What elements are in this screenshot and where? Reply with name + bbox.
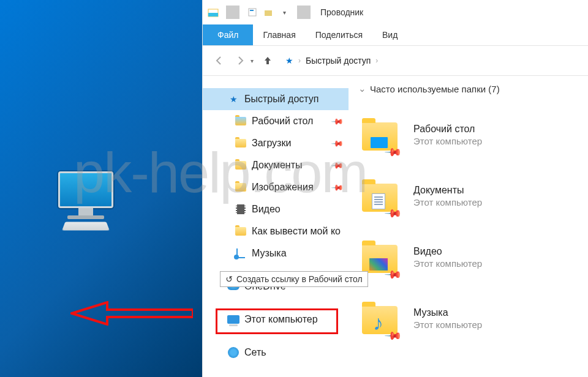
folder-item[interactable]: 📌ВидеоЭтот компьютер <box>358 226 578 288</box>
chevron-right-icon[interactable]: › <box>298 56 301 65</box>
tree-network[interactable]: Сеть <box>203 342 349 364</box>
title-bar[interactable]: ▾ Проводник <box>203 0 588 24</box>
folder-icon: 📌 <box>358 113 402 157</box>
tab-share[interactable]: Поделиться <box>306 24 372 45</box>
tab-home[interactable]: Главная <box>253 24 305 45</box>
separator <box>226 6 239 19</box>
tree-downloads[interactable]: Загрузки📌 <box>203 132 349 154</box>
star-icon: ★ <box>285 56 293 65</box>
desktop-thispc-icon[interactable] <box>49 171 123 257</box>
pin-icon: 📌 <box>331 114 344 128</box>
section-header[interactable]: ⌄Часто используемые папки (7) <box>358 83 578 94</box>
star-icon: ★ <box>227 93 239 105</box>
pc-icon <box>227 313 239 326</box>
tree-desktop[interactable]: Рабочий стол📌 <box>203 110 349 132</box>
tree-documents[interactable]: Документы📌 <box>203 154 349 176</box>
folder-name: Музыка <box>413 307 482 318</box>
nav-tree: ★Быстрый доступ Рабочий стол📌 Загрузки📌 … <box>203 76 349 377</box>
tab-file[interactable]: Файл <box>203 24 253 45</box>
tab-view[interactable]: Вид <box>372 24 407 45</box>
nav-recent-dropdown[interactable]: ▾ <box>251 58 257 64</box>
app-icon <box>206 6 220 19</box>
film-icon <box>235 203 247 215</box>
folder-item[interactable]: 📌МузыкаЭтот компьютер <box>358 288 578 349</box>
nav-back-icon[interactable] <box>209 50 230 71</box>
folder-icon <box>235 159 247 171</box>
folder-name: Документы <box>413 185 482 196</box>
nav-up-icon[interactable] <box>257 50 278 71</box>
qa-dropdown-icon[interactable]: ▾ <box>277 6 291 19</box>
address-bar[interactable]: ★ › Быстрый доступ › <box>285 56 378 65</box>
pin-icon: 📌 <box>331 181 344 194</box>
folder-item[interactable]: 📌Рабочий столЭтот компьютер <box>358 104 578 165</box>
ribbon-tabs: Файл Главная Поделиться Вид <box>203 24 588 45</box>
folder-location: Этот компьютер <box>413 319 482 330</box>
tree-video[interactable]: Видео <box>203 198 349 220</box>
chevron-down-icon: ⌄ <box>358 83 366 94</box>
folder-icon <box>235 181 247 193</box>
drag-tooltip: ↻ Создать ссылку в Рабочий стол <box>220 271 368 287</box>
qa-newfolder-icon[interactable] <box>262 6 275 19</box>
breadcrumb-root[interactable]: Быстрый доступ <box>306 56 371 65</box>
tree-custom-folder[interactable]: Как вывести мой ко <box>203 220 349 242</box>
nav-bar: ▾ ★ › Быстрый доступ › <box>203 45 588 76</box>
annotation-arrow <box>70 301 193 326</box>
folder-icon <box>235 225 247 237</box>
pin-icon: 📌 <box>331 136 344 150</box>
tree-quick-access[interactable]: ★Быстрый доступ <box>203 88 349 110</box>
pin-icon: 📌 <box>331 159 344 172</box>
folder-icon <box>235 115 247 127</box>
folder-location: Этот компьютер <box>413 197 482 207</box>
window-title: Проводник <box>320 7 363 17</box>
folder-name: Видео <box>413 246 482 257</box>
explorer-window: ▾ Проводник Файл Главная Поделиться Вид … <box>202 0 588 377</box>
folder-icon <box>235 137 247 149</box>
link-icon: ↻ <box>225 274 233 284</box>
tree-this-pc[interactable]: Этот компьютер <box>203 308 349 330</box>
separator <box>297 6 311 19</box>
svg-rect-1 <box>208 13 218 17</box>
folder-item[interactable]: 📌ДокументыЭтот компьютер <box>358 165 578 226</box>
svg-rect-3 <box>250 10 254 11</box>
tree-pictures[interactable]: Изображения📌 <box>203 176 349 198</box>
folder-icon: 📌 <box>358 296 402 340</box>
svg-rect-4 <box>265 10 272 16</box>
qa-properties-icon[interactable] <box>246 6 259 19</box>
svg-rect-2 <box>249 9 256 16</box>
content-pane: ⌄Часто используемые папки (7) 📌Рабочий с… <box>349 76 588 377</box>
chevron-right-icon[interactable]: › <box>375 56 378 65</box>
network-icon <box>227 346 239 359</box>
section-title: Часто используемые папки (7) <box>370 84 500 94</box>
tree-music[interactable]: Музыка <box>203 242 349 264</box>
folder-name: Рабочий стол <box>413 124 482 135</box>
music-icon <box>235 247 247 259</box>
folder-icon: 📌 <box>358 174 402 218</box>
desktop-background <box>0 0 202 377</box>
folder-location: Этот компьютер <box>413 258 482 269</box>
nav-forward-icon[interactable] <box>230 50 251 71</box>
tooltip-text: Создать ссылку в Рабочий стол <box>236 274 363 284</box>
folder-location: Этот компьютер <box>413 136 482 146</box>
